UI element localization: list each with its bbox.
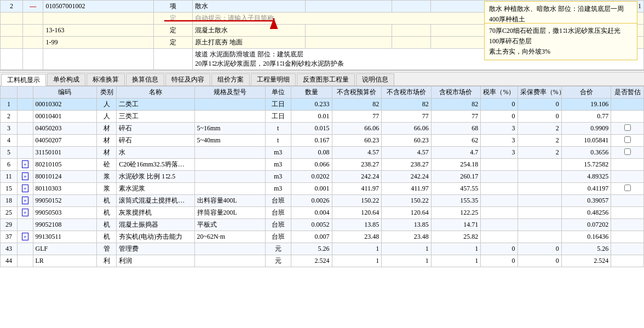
row-expand[interactable]: — bbox=[23, 1, 43, 13]
cell-seq: 11 bbox=[1, 171, 18, 183]
tab-tezheng[interactable]: 特征及内容 bbox=[165, 73, 210, 85]
cell-p2: 242.24 bbox=[382, 171, 432, 183]
table-row[interactable]: 44 LR 利 利润 元 2.524 1 1 1 0 0 2.524 bbox=[1, 255, 644, 267]
table-row[interactable]: 2 00010401 人 三类工 工日 0.01 77 77 77 0 0 0.… bbox=[1, 111, 644, 123]
cell-p1: 4.57 bbox=[332, 147, 382, 159]
cell-type: 机 bbox=[96, 219, 116, 231]
cell-ins: 0 bbox=[518, 111, 561, 123]
cell-qty: 0.01 bbox=[291, 111, 332, 123]
tab-biaozhun[interactable]: 标准换算 bbox=[87, 73, 125, 85]
cell-check[interactable] bbox=[611, 123, 644, 135]
cell-p3: 62 bbox=[431, 135, 481, 147]
cell-tax: 0 bbox=[481, 99, 518, 111]
cell-check[interactable] bbox=[611, 147, 644, 159]
tab-gongliaoji[interactable]: 工料机显示 bbox=[1, 74, 46, 86]
cell-ins bbox=[518, 183, 561, 195]
cell-check[interactable] bbox=[611, 135, 644, 147]
cell-unit: m3 bbox=[265, 171, 291, 183]
cell-expand[interactable]: + bbox=[18, 159, 33, 171]
bottom-table: 编码 类别 名称 规格及型号 单位 数量 不含税预算价 不含税市场价 含税市场价… bbox=[0, 86, 644, 267]
cell-type: 砼 bbox=[96, 159, 116, 171]
cell-qty: 0.167 bbox=[291, 135, 332, 147]
cell-qty: 0.066 bbox=[291, 159, 332, 171]
row-seq bbox=[1, 25, 23, 37]
cell-qty: 0.001 bbox=[291, 183, 332, 195]
tooltip-text-1: 散水 种植散水、暗散水 部位：沿建筑底层一周400厚种植土 bbox=[489, 5, 624, 23]
tab-zujiafangan[interactable]: 组价方案 bbox=[211, 73, 250, 85]
cell-seq: 3 bbox=[1, 123, 18, 135]
row-type: 项 bbox=[154, 1, 193, 13]
cell-expand[interactable]: + bbox=[18, 231, 33, 243]
cell-tax bbox=[481, 231, 518, 243]
cell-qty: 0.233 bbox=[291, 99, 332, 111]
table-row[interactable]: 4 04050207 材 碎石 5~40mm t 0.167 60.23 60.… bbox=[1, 135, 644, 147]
cell-expand[interactable]: + bbox=[18, 195, 33, 207]
cell-check bbox=[611, 255, 644, 267]
table-row[interactable]: 25 + 99050503 机 灰浆搅拌机 拌筒容量200L 台班 0.004 … bbox=[1, 207, 644, 219]
cell-tax: 3 bbox=[481, 123, 518, 135]
tab-huansuan[interactable]: 换算信息 bbox=[126, 73, 164, 85]
cell-p1: 150.22 bbox=[332, 195, 382, 207]
cell-p3: 457.55 bbox=[431, 183, 481, 195]
cell-code: 99050503 bbox=[33, 207, 96, 219]
tab-danjia[interactable]: 单价构成 bbox=[47, 73, 85, 85]
row-expand bbox=[23, 49, 43, 70]
table-row[interactable]: 5 31150101 材 水 m3 0.08 4.57 4.57 4.7 3 2… bbox=[1, 147, 644, 159]
header-unit: 单位 bbox=[265, 87, 291, 99]
cell-code: 99050152 bbox=[33, 195, 96, 207]
cell-p3: 1 bbox=[431, 255, 481, 267]
cell-p2: 238.27 bbox=[382, 159, 432, 171]
cell-expand bbox=[18, 135, 33, 147]
cell-name: 夯实机(电动)夯击能力 bbox=[117, 231, 194, 243]
cell-name: 灰浆搅拌机 bbox=[117, 207, 194, 219]
cell-expand[interactable]: + bbox=[18, 171, 33, 183]
tab-shuoming[interactable]: 说明信息 bbox=[356, 73, 394, 85]
tab-gongliang[interactable]: 工程量明细 bbox=[251, 73, 296, 85]
cell-code: 31150101 bbox=[33, 147, 96, 159]
cell-qty: 0.015 bbox=[291, 123, 332, 135]
cell-spec bbox=[194, 111, 265, 123]
top-section: 2 — 010507001002 项 散水 … m2 1 bbox=[0, 0, 644, 71]
table-row[interactable]: 15 + 80110303 浆 素水泥浆 m3 0.001 411.97 411… bbox=[1, 183, 644, 195]
cell-p1: 1 bbox=[332, 255, 382, 267]
cell-name: 二类工 bbox=[117, 99, 194, 111]
table-row[interactable]: 6 + 80210105 砼 C20砼16mm32.5坍落… m3 0.066 … bbox=[1, 159, 644, 171]
tab-fancha[interactable]: 反查图形工程量 bbox=[297, 73, 355, 85]
cell-check bbox=[611, 159, 644, 171]
table-row[interactable]: 43 GLF 管 管理费 元 5.26 1 1 1 0 0 5.26 bbox=[1, 243, 644, 255]
cell-unit: t bbox=[265, 135, 291, 147]
cell-p1: 60.23 bbox=[332, 135, 382, 147]
header-seq bbox=[1, 87, 18, 99]
cell-ins bbox=[518, 207, 561, 219]
cell-check[interactable] bbox=[611, 183, 644, 195]
cell-ins bbox=[518, 231, 561, 243]
header-tax: 税率（%） bbox=[481, 87, 518, 99]
cell-ins: 2 bbox=[518, 147, 561, 159]
cell-ins: 0 bbox=[518, 99, 561, 111]
cell-qty: 5.26 bbox=[291, 243, 332, 255]
table-row[interactable]: 37 + 99130511 机 夯实机(电动)夯击能力 20~62N·m 台班 … bbox=[1, 231, 644, 243]
cell-expand[interactable]: + bbox=[18, 183, 33, 195]
cell-name: 水泥砂浆 比例 1∶2.5 bbox=[117, 171, 194, 183]
cell-code: LR bbox=[33, 255, 96, 267]
cell-qty: 2.524 bbox=[291, 255, 332, 267]
table-row[interactable]: 11 + 80010124 浆 水泥砂浆 比例 1∶2.5 m3 0.0202 … bbox=[1, 171, 644, 183]
cell-p2: 1 bbox=[382, 255, 432, 267]
cell-p3: 82 bbox=[431, 99, 481, 111]
table-row[interactable]: 29 99052108 机 混凝土振捣器 平板式 台班 0.0052 13.85… bbox=[1, 219, 644, 231]
cell-total: 15.72582 bbox=[561, 159, 611, 171]
table-row[interactable]: 3 04050203 材 碎石 5~16mm t 0.015 66.06 66.… bbox=[1, 123, 644, 135]
cell-expand[interactable]: + bbox=[18, 207, 33, 219]
cell-total: 0.48256 bbox=[561, 207, 611, 219]
tooltip-text-2: 70厚C20细石砼面层，撒1∶1水泥砂浆压实赶光100厚碎石垫层素土夯实，向外坡… bbox=[489, 27, 620, 55]
cell-tax: 0 bbox=[481, 255, 518, 267]
cell-total: 0.9909 bbox=[561, 123, 611, 135]
cell-qty: 0.004 bbox=[291, 207, 332, 219]
cell-p2: 13.85 bbox=[382, 219, 432, 231]
cell-unit: m3 bbox=[265, 183, 291, 195]
cell-total: 10.05841 bbox=[561, 135, 611, 147]
table-row[interactable]: 1 00010302 人 二类工 工日 0.233 82 82 82 0 0 1… bbox=[1, 99, 644, 111]
cell-seq: 25 bbox=[1, 207, 18, 219]
table-row[interactable]: 18 + 99050152 机 滚筒式混凝土搅拌机… 出料容量400L 台班 0… bbox=[1, 195, 644, 207]
row-seq bbox=[1, 13, 23, 25]
